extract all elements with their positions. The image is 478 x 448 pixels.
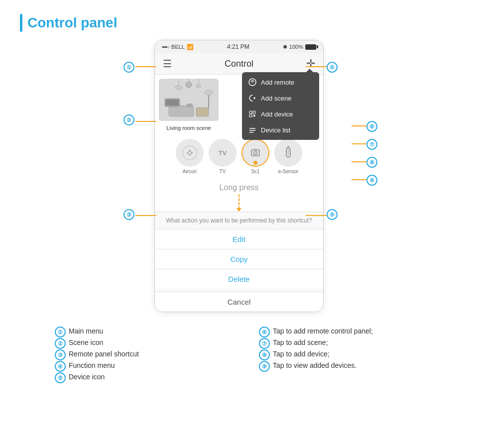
sc1-label: Sc1 — [251, 169, 259, 174]
phone-frame: ••••○ BELL 📶 4:21 PM ✱ 100% ☰ Control ✛ — [154, 40, 324, 312]
annotation-7: ⑦ — [366, 139, 377, 150]
device-sc1[interactable]: Sc1 — [241, 139, 269, 174]
battery-label: 100% — [289, 44, 303, 50]
legend-item-7: ⑦ Tap to add scene; — [259, 337, 448, 349]
edit-button[interactable]: Edit — [155, 229, 323, 249]
delete-button[interactable]: Delete — [155, 269, 323, 289]
status-bar: ••••○ BELL 📶 4:21 PM ✱ 100% — [155, 40, 323, 53]
legend-item-8: ⑧ Tap to add device; — [259, 349, 448, 360]
long-press-area: Long press — [155, 180, 323, 192]
legend-item-3: ③ Remote panel shortcut — [55, 349, 244, 360]
add-scene-menu-item[interactable]: Add scene — [242, 90, 319, 106]
annotation-5: ⑤ — [327, 209, 338, 220]
ann-line-7 — [352, 143, 366, 144]
legend-item-6: ⑥ Tap to add remote control panel; — [259, 326, 448, 337]
annotation-4: ④ — [327, 62, 338, 73]
scene-label: Living room scene — [166, 125, 211, 131]
esensor-label: e-Sensor — [278, 169, 299, 174]
sc1-svg — [249, 146, 262, 159]
wifi-icon: 📶 — [187, 44, 194, 50]
legend-text-8: Tap to add device; — [273, 349, 330, 359]
svg-rect-5 — [249, 111, 252, 113]
signal-dots: ••••○ — [162, 44, 169, 50]
time-display: 4:21 PM — [227, 43, 249, 50]
device-list-menu-item[interactable]: Device list — [242, 122, 319, 138]
legend-text-7: Tap to add scene; — [273, 337, 328, 348]
tv-label: TV — [220, 169, 226, 174]
device-tv[interactable]: TV TV — [209, 139, 237, 174]
action-sheet: What action you want to be performed by … — [155, 212, 323, 312]
annotation-3: ③ — [123, 209, 134, 220]
long-press-arrow — [155, 192, 323, 212]
svg-rect-22 — [187, 104, 193, 108]
svg-point-25 — [205, 90, 213, 95]
ann-line-6 — [352, 125, 366, 126]
annotation-2: ② — [123, 114, 134, 125]
legend-section: ① Main menu ② Scene icon ③ Remote panel … — [0, 317, 478, 393]
svg-point-29 — [188, 151, 192, 155]
legend-item-5: ⑤ Device icon — [55, 372, 244, 383]
legend-item-9: ⑨ Tap to view added devices. — [259, 360, 448, 372]
device-aircon[interactable]: Aircon — [176, 139, 204, 174]
aircon-svg — [182, 145, 197, 160]
ann-line-9 — [352, 179, 366, 180]
add-device-label: Add device — [261, 111, 293, 118]
long-press-label: Long press — [219, 183, 258, 192]
status-right: ✱ 100% — [283, 44, 316, 50]
add-device-menu-item[interactable]: Add device — [242, 106, 319, 122]
svg-point-31 — [254, 151, 257, 155]
legend-text-2: Scene icon — [69, 337, 103, 348]
aircon-icon-circle — [176, 139, 204, 167]
add-remote-menu-item[interactable]: Add remote — [242, 74, 319, 90]
remote-icon — [248, 78, 257, 87]
svg-point-14 — [186, 82, 192, 88]
annotation-6: ⑥ — [366, 121, 377, 132]
legend-text-4: Function menu — [69, 360, 115, 371]
bluetooth-icon: ✱ — [283, 44, 287, 50]
hamburger-menu-icon[interactable]: ☰ — [163, 58, 172, 70]
scene-card[interactable] — [159, 79, 219, 121]
ann-line-5 — [306, 215, 327, 216]
devices-row: Aircon TV TV Sc — [155, 135, 323, 180]
legend-item-1: ① Main menu — [55, 326, 244, 337]
arrow-dashed-line — [239, 194, 239, 209]
svg-point-17 — [175, 86, 182, 90]
ann-line-1 — [135, 66, 156, 67]
dropdown-menu: Add remote Add scene — [242, 72, 319, 140]
svg-point-2 — [252, 82, 253, 83]
room-sketch-svg — [159, 79, 219, 121]
battery-icon — [305, 44, 316, 50]
legend-text-5: Device icon — [69, 372, 105, 382]
arrow-tip — [237, 208, 241, 212]
annotation-9: ⑨ — [366, 175, 377, 186]
copy-button[interactable]: Copy — [155, 249, 323, 269]
list-icon-menu — [248, 125, 257, 134]
header-title: Control — [225, 59, 253, 69]
svg-rect-23 — [196, 108, 209, 116]
aircon-label: Aircon — [183, 169, 197, 174]
tv-icon-circle: TV — [209, 139, 237, 167]
page-title-section: Control panel — [0, 0, 478, 40]
title-bar-accent — [20, 14, 22, 32]
svg-rect-32 — [254, 149, 257, 150]
device-icon-menu — [248, 110, 257, 118]
esensor-svg — [282, 145, 295, 160]
svg-rect-27 — [166, 100, 179, 106]
legend-text-6: Tap to add remote control panel; — [273, 326, 373, 336]
legend-text-9: Tap to view added devices. — [273, 360, 357, 371]
cancel-button[interactable]: Cancel — [155, 292, 323, 312]
legend-column-right: ⑥ Tap to add remote control panel; ⑦ Tap… — [259, 326, 448, 383]
esensor-icon-circle — [274, 139, 302, 167]
ann-line-4 — [306, 66, 327, 67]
device-esensor[interactable]: e-Sensor — [274, 139, 302, 174]
ann-line-8 — [352, 161, 366, 162]
legend-text-1: Main menu — [69, 326, 103, 336]
carrier-label: BELL — [171, 44, 185, 50]
svg-rect-7 — [249, 114, 252, 117]
status-left: ••••○ BELL 📶 — [162, 44, 194, 50]
tv-label-icon: TV — [219, 149, 227, 157]
ann-line-2 — [135, 121, 156, 122]
ann-line-3 — [135, 215, 156, 216]
svg-rect-6 — [253, 111, 255, 113]
svg-point-19 — [196, 85, 201, 88]
